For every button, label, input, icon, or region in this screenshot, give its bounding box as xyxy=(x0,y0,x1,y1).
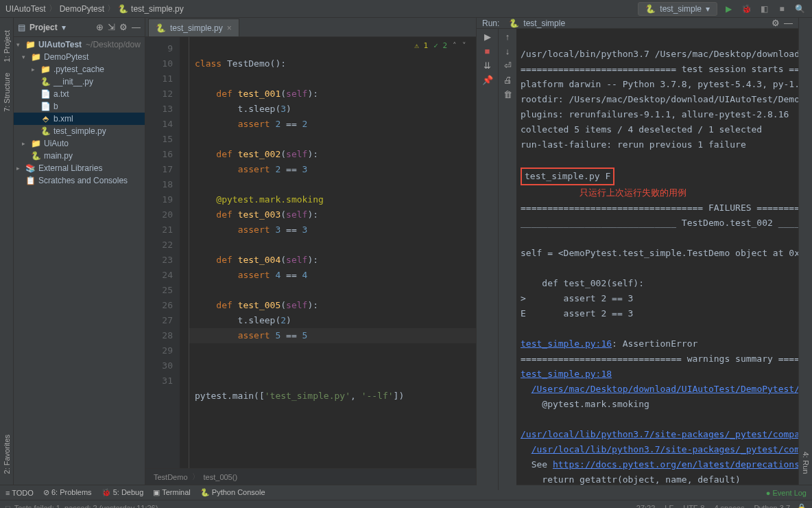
tree-item[interactable]: 📄a.txt xyxy=(14,88,145,100)
trash-icon[interactable]: 🗑 xyxy=(503,89,512,100)
expand-icon[interactable]: ⇲ xyxy=(108,22,115,32)
breadcrumb-root[interactable]: UIAutoTest xyxy=(5,4,46,14)
annotation-text: 只运行上次运行失败的用例 xyxy=(580,187,686,198)
caret-position[interactable]: 27:22 xyxy=(636,504,656,509)
console-output[interactable]: /usr/local/bin/python3.7 /Users/mac/Desk… xyxy=(516,29,798,490)
breadcrumb-folder[interactable]: DemoPytest xyxy=(60,4,104,14)
structure-tool-tab[interactable]: 7: Structure xyxy=(3,67,11,117)
file-link[interactable]: test_simple.py:18 xyxy=(521,369,612,379)
terminal-tab[interactable]: ▣ Terminal xyxy=(153,488,190,497)
tree-ext-lib[interactable]: ▸📚External Libraries xyxy=(14,162,145,174)
file-link[interactable]: /Users/mac/Desktop/download/UIAutoTest/D… xyxy=(532,384,798,394)
encoding[interactable]: UTF-8 xyxy=(683,504,704,509)
tree-item-selected[interactable]: ⬘b.xml xyxy=(14,113,145,125)
stop-button[interactable]: ■ xyxy=(485,46,490,56)
debug-button[interactable]: 🐞 xyxy=(739,2,753,16)
search-icon[interactable]: 🔍 xyxy=(793,2,807,16)
lock-icon[interactable]: 🔒 xyxy=(797,503,807,508)
debug-tab[interactable]: 🐞 5: Debug xyxy=(102,488,144,497)
file-link[interactable]: /usr/local/lib/python3.7/site-packages/_… xyxy=(532,444,798,454)
indent[interactable]: 4 spaces xyxy=(714,504,744,509)
breadcrumb-file[interactable]: test_simple.py xyxy=(131,4,184,14)
py-icon: 🐍 xyxy=(645,4,656,14)
py-icon: 🐍 xyxy=(156,23,166,33)
chevron-up-icon[interactable]: ˄ xyxy=(453,41,457,50)
down-icon[interactable]: ↓ xyxy=(505,46,510,56)
gear-icon[interactable]: ⚙ xyxy=(772,18,780,28)
run-tab[interactable]: test_simple xyxy=(523,19,565,28)
py-icon: 🐍 xyxy=(118,4,128,14)
project-icon: ▤ xyxy=(18,23,25,32)
chevron-down-icon[interactable]: ˅ xyxy=(462,41,466,50)
pin-icon[interactable]: 📌 xyxy=(482,75,493,85)
warning-badge[interactable]: ⚠ 1 xyxy=(414,41,428,50)
editor-tab[interactable]: 🐍 test_simple.py × xyxy=(148,19,239,36)
chevron-down-icon: ▾ xyxy=(706,4,710,14)
test-status-icon: □ xyxy=(5,504,10,509)
tree-item[interactable]: 🐍main.py xyxy=(14,150,145,162)
panel-title: Project xyxy=(29,23,58,32)
project-tool-tab[interactable]: 1: Project xyxy=(3,25,11,67)
tree-scratches[interactable]: 📋Scratches and Consoles xyxy=(14,174,145,187)
tree-item[interactable]: 🐍test_simple.py xyxy=(14,125,145,137)
file-link[interactable]: /usr/local/lib/python3.7/site-packages/_… xyxy=(521,429,798,439)
up-icon[interactable]: ↑ xyxy=(505,32,510,42)
gear-icon[interactable]: ⚙ xyxy=(119,22,128,32)
run-configuration-selector[interactable]: 🐍 test_simple ▾ xyxy=(638,2,717,16)
todo-tab[interactable]: ≡ TODO xyxy=(5,489,34,497)
run-title: Run: xyxy=(482,19,499,28)
ok-badge[interactable]: ✓ 2 xyxy=(433,41,447,50)
chevron-down-icon[interactable]: ▾ xyxy=(62,23,66,32)
run-button[interactable]: ▶ xyxy=(721,2,735,16)
interpreter[interactable]: Python 3.7 xyxy=(754,504,790,509)
run-tool-tab[interactable]: 4: Run xyxy=(802,446,810,479)
event-log-tab[interactable]: ● Event Log xyxy=(766,489,807,497)
python-console-tab[interactable]: 🐍 Python Console xyxy=(200,488,265,497)
highlighted-failure: test_simple.py F xyxy=(521,168,614,185)
editor-breadcrumb[interactable]: TestDemo 〉 test_005() xyxy=(145,468,476,485)
print-icon[interactable]: 🖨 xyxy=(503,75,512,85)
hide-icon[interactable]: — xyxy=(784,18,793,28)
line-separator[interactable]: LF xyxy=(665,504,673,509)
favorites-tool-tab[interactable]: 2: Favorites xyxy=(3,429,11,479)
tree-item[interactable]: 🐍__init__.py xyxy=(14,76,145,88)
code-editor[interactable]: 9101112131415161718192021222324252627282… xyxy=(145,37,476,468)
breadcrumb[interactable]: UIAutoTest 〉 DemoPytest 〉 🐍 test_simple.… xyxy=(5,3,184,14)
stop-button[interactable]: ■ xyxy=(775,2,789,16)
wrap-icon[interactable]: ⏎ xyxy=(504,60,512,71)
close-icon[interactable]: × xyxy=(227,23,232,33)
tree-item[interactable]: ▸📁.pytest_cache xyxy=(14,63,145,76)
line-gutter: 9101112131415161718192021222324252627282… xyxy=(145,37,180,468)
coverage-button[interactable]: ◧ xyxy=(757,2,771,16)
project-tree[interactable]: ▾📁UIAutoTest~/Desktop/dow ▾📁DemoPytest ▸… xyxy=(14,37,145,485)
tree-item[interactable]: ▸📁UiAuto xyxy=(14,137,145,150)
tree-item[interactable]: 📄b xyxy=(14,100,145,113)
tree-item[interactable]: ▾📁DemoPytest xyxy=(14,51,145,63)
tree-root[interactable]: ▾📁UIAutoTest~/Desktop/dow xyxy=(14,38,145,51)
file-link[interactable]: test_simple.py:16 xyxy=(521,338,612,349)
hide-icon[interactable]: — xyxy=(132,22,141,32)
url-link[interactable]: https://docs.pytest.org/en/latest/deprec… xyxy=(553,459,798,470)
rerun-button[interactable]: ▶ xyxy=(484,32,491,42)
code-content[interactable]: class TestDemo(): def test_001(self): t.… xyxy=(189,37,476,468)
restore-layout-icon[interactable]: ⇊ xyxy=(483,60,491,71)
target-icon[interactable]: ⊕ xyxy=(96,22,104,32)
problems-tab[interactable]: ⊘ 6: Problems xyxy=(43,488,92,497)
py-icon: 🐍 xyxy=(509,19,519,28)
status-message: Tests failed: 1, passed: 2 (yesterday 11… xyxy=(14,504,158,509)
